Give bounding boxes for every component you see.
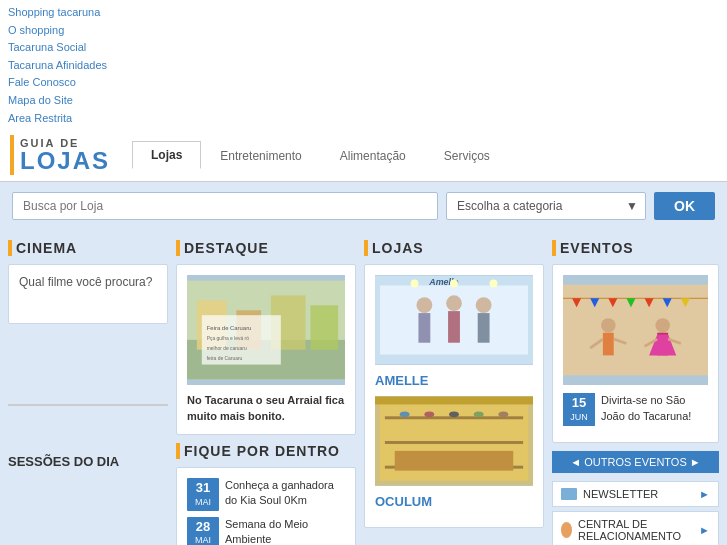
lojas-title: LOJAS (372, 240, 424, 256)
fique-text-0: Conheça a ganhadora do Kia Soul 0Km (225, 478, 345, 509)
svg-point-48 (655, 318, 670, 333)
tab-lojas[interactable]: Lojas (132, 141, 201, 169)
nav-link-shopping-tacaruna[interactable]: Shopping tacaruna (8, 4, 107, 22)
svg-point-28 (400, 412, 410, 418)
eventos-card: 15 JUN Divirta-se no São João do Tacarun… (552, 264, 719, 443)
lojas-card: Amelle AMELLE (364, 264, 544, 528)
tab-servicos[interactable]: Serviços (425, 142, 509, 169)
svg-rect-18 (478, 313, 490, 343)
cinema-title: CINEMA (16, 240, 77, 256)
eventos-column: EVENTOS (552, 240, 719, 545)
fique-text-1: Semana do Meio Ambiente (225, 517, 345, 545)
destaque-description: No Tacaruna o seu Arraial fica muito mai… (187, 393, 345, 424)
ok-button[interactable]: OK (654, 192, 715, 220)
top-nav: Shopping tacaruna O shopping Tacaruna So… (0, 0, 727, 131)
loja-oculum-name[interactable]: OCULUM (375, 494, 533, 509)
eventos-title: EVENTOS (560, 240, 634, 256)
cinema-stripe (8, 240, 12, 256)
evento-text-0: Divirta-se no São João do Tacaruna! (601, 393, 708, 424)
fique-month-0: MAI (191, 497, 215, 509)
tab-alimentacao[interactable]: Alimentação (321, 142, 425, 169)
fique-stripe (176, 443, 180, 459)
svg-rect-14 (418, 313, 430, 343)
svg-text:Feira de Caruaru: Feira de Caruaru (207, 325, 252, 331)
svg-rect-5 (310, 305, 338, 349)
nav-link-fale-conosco[interactable]: Fale Conosco (8, 74, 107, 92)
nav-link-tacaruna-afinidades[interactable]: Tacaruna Afinidades (8, 57, 107, 75)
svg-point-17 (476, 297, 492, 313)
logo-box: GUIA DE LOJAS (20, 137, 110, 173)
cinema-card: Qual filme você procura? (8, 264, 168, 324)
evento-main-image (563, 275, 708, 385)
evento-day-0: 15 (567, 395, 591, 412)
svg-text:melhor de caruaru: melhor de caruaru (207, 346, 247, 351)
central-arrow: ► (699, 524, 710, 536)
svg-point-20 (411, 280, 419, 288)
evento-month-0: JUN (567, 412, 591, 424)
svg-rect-26 (385, 441, 523, 444)
svg-point-32 (498, 412, 508, 418)
sessoes-section: SESSÕES DO DIA (8, 404, 168, 469)
svg-rect-34 (375, 397, 533, 405)
main-content: CINEMA Qual filme você procura? SESSÕES … (0, 230, 727, 545)
outros-eventos-button[interactable]: ◄ OUTROS EVENTOS ► (552, 451, 719, 473)
cinema-column: CINEMA Qual filme você procura? SESSÕES … (8, 240, 168, 545)
fique-date-1: 28 MAI (187, 517, 219, 545)
fique-title: FIQUE POR DENTRO (184, 443, 340, 459)
destaque-image: Feira de Caruaru Pça gulha e levá ró mel… (187, 275, 345, 385)
newsletter-icon (561, 488, 577, 500)
fique-month-1: MAI (191, 535, 215, 545)
header: GUIA DE LOJAS Lojas Entretenimento Alime… (0, 131, 727, 182)
loja-amelle-image: Amelle (375, 275, 533, 365)
svg-point-13 (416, 297, 432, 313)
search-bar: Escolha a categoria ▼ OK (0, 182, 727, 230)
nav-link-o-shopping[interactable]: O shopping (8, 22, 107, 40)
central-icon (561, 522, 572, 538)
tabs-bar: Lojas Entretenimento Alimentação Serviço… (132, 141, 509, 169)
central-link[interactable]: CENTRAL DE RELACIONAMENTO ► (552, 511, 719, 545)
fique-day-1: 28 (191, 519, 215, 536)
newsletter-label: NEWSLETTER (583, 488, 658, 500)
lojas-stripe (364, 240, 368, 256)
svg-point-30 (449, 412, 459, 418)
fique-card: 31 MAI Conheça a ganhadora do Kia Soul 0… (176, 467, 356, 545)
svg-point-22 (490, 280, 498, 288)
logo-lojas: LOJAS (20, 149, 110, 173)
eventos-section-title: EVENTOS (552, 240, 719, 256)
search-input[interactable] (12, 192, 438, 220)
nav-link-area-restrita[interactable]: Area Restrita (8, 110, 107, 128)
destaque-card: Feira de Caruaru Pça gulha e levá ró mel… (176, 264, 356, 435)
cinema-section-title: CINEMA (8, 240, 168, 256)
sessoes-title: SESSÕES DO DIA (8, 454, 168, 469)
category-select[interactable]: Escolha a categoria (446, 192, 646, 220)
eventos-stripe (552, 240, 556, 256)
svg-point-15 (446, 295, 462, 311)
svg-point-29 (424, 412, 434, 418)
lojas-column: LOJAS Amelle (364, 240, 544, 545)
central-label: CENTRAL DE RELACIONAMENTO (578, 518, 699, 542)
svg-text:Pça gulha e levá ró: Pça gulha e levá ró (207, 336, 249, 341)
lojas-section-title: LOJAS (364, 240, 544, 256)
mid-column-1: DESTAQUE Feira de Caruaru Pça gulha e le… (176, 240, 356, 545)
destaque-stripe (176, 240, 180, 256)
tab-entretenimento[interactable]: Entretenimento (201, 142, 320, 169)
svg-point-31 (474, 412, 484, 418)
svg-rect-16 (448, 311, 460, 343)
newsletter-arrow: ► (699, 488, 710, 500)
logo-stripe (10, 135, 14, 175)
fique-section-title: FIQUE POR DENTRO (176, 443, 356, 459)
svg-text:feira de Caruaru: feira de Caruaru (207, 356, 243, 361)
destaque-title: DESTAQUE (184, 240, 269, 256)
svg-rect-45 (603, 333, 614, 356)
nav-link-tacaruna-social[interactable]: Tacaruna Social (8, 39, 107, 57)
fique-day-0: 31 (191, 480, 215, 497)
destaque-section-title: DESTAQUE (176, 240, 356, 256)
svg-rect-33 (395, 451, 514, 471)
evento-date-0: 15 JUN (563, 393, 595, 426)
evento-item-0: 15 JUN Divirta-se no São João do Tacarun… (563, 393, 708, 426)
loja-oculum-image (375, 396, 533, 486)
svg-point-44 (601, 318, 616, 333)
loja-amelle-name[interactable]: AMELLE (375, 373, 533, 388)
newsletter-link[interactable]: NEWSLETTER ► (552, 481, 719, 507)
nav-link-mapa-site[interactable]: Mapa do Site (8, 92, 107, 110)
